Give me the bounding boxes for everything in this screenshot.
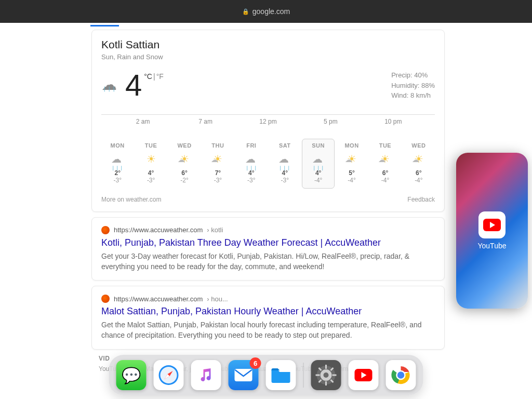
safari-app-icon[interactable]	[154, 360, 184, 390]
chrome-app-icon[interactable]	[386, 360, 416, 390]
day-name: SAT	[279, 142, 291, 149]
high-temp: 5°	[349, 169, 354, 177]
day-name: WED	[177, 142, 191, 149]
day-name: WED	[411, 142, 425, 149]
result-domain: https://www.accuweather.com	[114, 295, 203, 303]
low-temp: -3°	[147, 177, 155, 184]
mail-app-icon[interactable]: 6	[229, 360, 259, 390]
forecast-day[interactable]: SAT☁❘❘❘4°-3°	[269, 139, 301, 189]
weather-condition: Sun, Rain and Snow	[101, 53, 435, 61]
low-temp: -4°	[348, 177, 355, 184]
wind-stat: Wind: 8 km/h	[391, 90, 435, 101]
result-breadcrumb: https://www.accuweather.com› kotli	[101, 226, 435, 234]
favicon-icon	[101, 295, 110, 303]
day-name: THU	[211, 142, 224, 149]
low-temp: -3°	[281, 177, 289, 184]
low-temp: -3°	[214, 177, 222, 184]
weather-icon: ☀	[347, 153, 356, 165]
precip-stat: Precip: 40%	[391, 70, 435, 81]
forecast-day[interactable]: WED☀6°-2°	[168, 139, 201, 189]
weather-card: Kotli Sattian Sun, Rain and Snow ☁❘❘❘ 4 …	[91, 30, 445, 212]
hour-label: 10 pm	[362, 118, 424, 125]
forecast-row: MON☁❘❘❘2°-3°TUE☀4°-3°WED☀6°-2°THU☀7°-3°F…	[101, 139, 435, 189]
day-name: TUE	[145, 142, 157, 149]
lock-icon: 🔒	[242, 8, 249, 15]
weather-icon: ☀	[180, 153, 189, 165]
result-breadcrumb: https://www.accuweather.com› hou...	[101, 295, 435, 303]
url-text: google.com	[252, 7, 290, 16]
weather-icon: ☁❘❘❘	[278, 153, 291, 165]
result-snippet: Get your 3-Day weather forecast for Kotl…	[101, 251, 435, 272]
forecast-day[interactable]: SUN☁❘❘❘4°-4°	[302, 139, 334, 189]
music-app-icon[interactable]	[191, 360, 221, 390]
ipad-dock: 💬 6	[109, 355, 423, 395]
favicon-icon	[101, 226, 110, 234]
forecast-day[interactable]: MON☀5°-4°	[336, 139, 368, 189]
unit-celsius[interactable]: °C	[144, 72, 152, 81]
low-temp: -2°	[180, 177, 188, 184]
slideover-app-label: YouTube	[477, 242, 506, 250]
result-path: › kotli	[207, 226, 223, 234]
low-temp: -3°	[247, 177, 255, 184]
forecast-day[interactable]: MON☁❘❘❘2°-3°	[101, 139, 134, 189]
search-result: https://www.accuweather.com› hou...Malot…	[91, 286, 445, 350]
weather-icon: ☁❘❘❘	[111, 153, 124, 165]
active-tab-indicator	[90, 25, 119, 26]
svg-point-7	[324, 373, 329, 378]
settings-app-icon[interactable]	[311, 360, 341, 390]
weather-icon: ☀	[213, 153, 222, 165]
more-on-weather-link[interactable]: More on weather.com	[101, 196, 161, 203]
day-name: MON	[344, 142, 358, 149]
day-name: TUE	[379, 142, 392, 149]
page-content: Kotli Sattian Sun, Rain and Snow ☁❘❘❘ 4 …	[0, 23, 532, 399]
day-name: FRI	[246, 142, 256, 149]
hour-label: 12 pm	[237, 118, 299, 125]
browser-top-bar: 🔒 google.com	[0, 0, 532, 23]
slideover-panel[interactable]: YouTube	[456, 153, 528, 309]
forecast-day[interactable]: TUE☀4°-3°	[135, 139, 167, 189]
result-title-link[interactable]: Malot Sattian, Punjab, Pakistan Hourly W…	[101, 306, 435, 317]
youtube-dock-icon[interactable]	[349, 360, 379, 390]
forecast-day[interactable]: THU☀7°-3°	[202, 139, 234, 189]
forecast-day[interactable]: WED☀6°-4°	[403, 139, 435, 189]
weather-location: Kotli Sattian	[101, 38, 435, 51]
result-snippet: Get the Malot Sattian, Punjab, Pakistan …	[101, 320, 435, 341]
hour-label: 5 pm	[299, 118, 362, 125]
rain-snow-cloud-icon: ☁❘❘❘	[101, 75, 120, 94]
result-path: › hou...	[207, 295, 228, 303]
hour-label: 2 am	[112, 118, 174, 125]
unit-toggle[interactable]: °C | °F	[144, 72, 164, 81]
low-temp: -4°	[415, 177, 422, 184]
messages-app-icon[interactable]: 💬	[116, 360, 147, 390]
low-temp: -4°	[314, 177, 322, 184]
weather-icon: ☁❘❘❘	[245, 153, 258, 165]
humidity-stat: Humidity: 88%	[391, 81, 435, 91]
weather-icon: ☁❘❘❘	[312, 153, 325, 165]
forecast-day[interactable]: TUE☀6°-4°	[369, 139, 401, 189]
result-title-link[interactable]: Kotli, Punjab, Pakistan Three Day Weathe…	[101, 237, 435, 248]
weather-stats: Precip: 40% Humidity: 88% Wind: 8 km/h	[391, 70, 435, 101]
youtube-app-icon[interactable]	[478, 211, 506, 238]
mail-badge: 6	[250, 357, 261, 369]
high-temp: 6°	[382, 169, 388, 177]
low-temp: -4°	[381, 177, 389, 184]
hour-label: 7 am	[174, 118, 236, 125]
current-temperature: 4	[125, 70, 142, 100]
high-temp: 6°	[416, 169, 421, 177]
files-app-icon[interactable]	[266, 360, 296, 390]
dock-separator	[303, 363, 304, 388]
weather-icon: ☀	[414, 153, 423, 165]
feedback-link[interactable]: Feedback	[407, 196, 435, 203]
address-bar[interactable]: 🔒 google.com	[242, 7, 290, 16]
result-domain: https://www.accuweather.com	[114, 226, 203, 234]
high-temp: 7°	[215, 169, 221, 177]
unit-fahrenheit[interactable]: °F	[156, 72, 164, 81]
forecast-day[interactable]: FRI☁❘❘❘4°-3°	[235, 139, 268, 189]
weather-icon: ☀	[147, 153, 156, 165]
hourly-timeline[interactable]: 2 am 7 am 12 pm 5 pm 10 pm	[101, 114, 435, 125]
timeline-track	[101, 114, 435, 115]
day-name: MON	[111, 142, 125, 149]
high-temp: 6°	[181, 169, 187, 177]
unit-sep: |	[153, 72, 155, 81]
high-temp: 4°	[148, 169, 154, 177]
